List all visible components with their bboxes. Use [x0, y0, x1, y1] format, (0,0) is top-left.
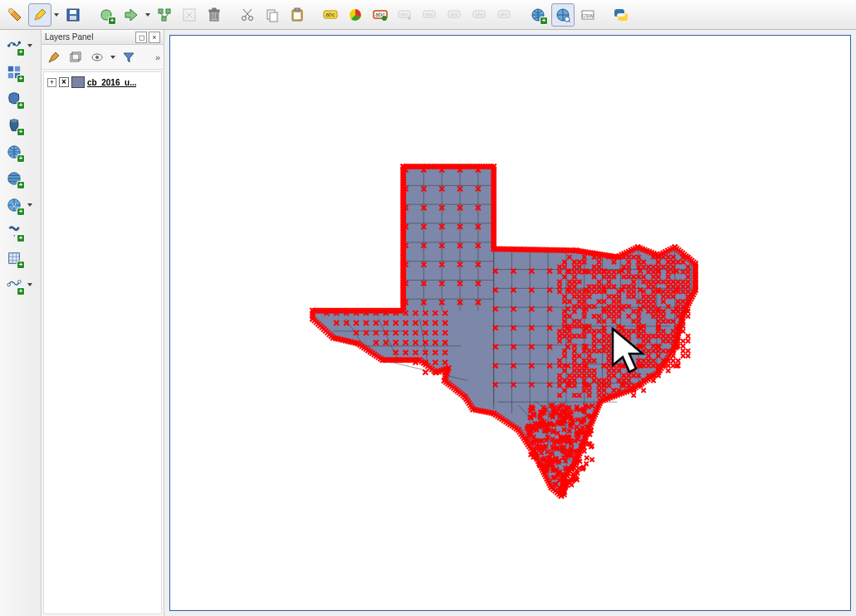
move-dropdown[interactable]: [144, 3, 151, 27]
move-label-button: abc: [443, 3, 467, 27]
svg-text:,: ,: [13, 230, 15, 237]
layers-panel-toolbar: »: [42, 45, 164, 70]
add-vector-layer-button[interactable]: +: [2, 33, 27, 58]
top-toolbar: + abc abc abc abc abc abc abc: [0, 0, 856, 30]
panel-expand-button[interactable]: »: [155, 52, 160, 62]
add-raster-layer-button[interactable]: +: [2, 60, 27, 85]
show-labels-button: abc: [418, 3, 442, 27]
cut-button[interactable]: [236, 3, 259, 27]
save-edits-button[interactable]: [61, 3, 85, 27]
layers-panel: Layers Panel ◻ × » + ×: [42, 30, 164, 616]
layer-name-label[interactable]: cb_2016_u...: [87, 78, 136, 87]
svg-rect-5: [162, 17, 166, 21]
svg-rect-9: [213, 8, 216, 10]
svg-point-40: [12, 42, 16, 46]
svg-point-54: [18, 281, 22, 284]
toggle-editing-button[interactable]: [3, 3, 27, 27]
layer-tree[interactable]: + × cb_2016_u...: [43, 71, 162, 614]
layer-row[interactable]: + × cb_2016_u...: [47, 76, 158, 89]
svg-rect-2: [70, 16, 76, 20]
filter-legend-button[interactable]: [120, 48, 138, 66]
svg-text:abc: abc: [400, 12, 408, 17]
panel-close-button[interactable]: ×: [149, 32, 160, 43]
modify-attrs-button: [178, 3, 201, 27]
svg-point-25: [408, 17, 411, 20]
newlayer-dropdown[interactable]: [27, 273, 33, 296]
panel-undock-button[interactable]: ◻: [135, 32, 147, 43]
svg-rect-16: [294, 12, 301, 19]
new-shapefile-button[interactable]: +: [2, 272, 27, 297]
svg-rect-42: [8, 66, 13, 71]
canvas-selection-border: [169, 35, 851, 611]
layers-panel-header: Layers Panel ◻ ×: [42, 30, 164, 45]
svg-text:CSW: CSW: [582, 13, 594, 18]
csw-button[interactable]: CSW: [576, 3, 599, 27]
layers-panel-title: Layers Panel: [45, 32, 93, 42]
add-spatialite-button[interactable]: +: [2, 86, 27, 111]
wfs-dropdown[interactable]: [27, 193, 33, 217]
wms-button[interactable]: +: [526, 3, 550, 27]
visibility-button[interactable]: [88, 48, 106, 66]
add-wms-layer-button[interactable]: +: [2, 139, 27, 164]
wfs-button[interactable]: [551, 3, 575, 27]
svg-point-11: [249, 16, 253, 20]
svg-rect-4: [166, 9, 170, 13]
svg-rect-13: [270, 12, 277, 22]
pin-labels-button: abc: [394, 3, 417, 27]
svg-text:abc: abc: [475, 12, 483, 17]
svg-rect-44: [8, 73, 13, 78]
left-toolbar: + + + + + + V + , +: [0, 30, 42, 616]
svg-rect-3: [159, 9, 163, 13]
add-virtual-layer-button[interactable]: +: [2, 246, 27, 271]
svg-point-39: [7, 44, 11, 47]
add-csv-layer-button[interactable]: , +: [2, 219, 27, 244]
svg-rect-1: [70, 10, 76, 14]
svg-point-41: [18, 42, 22, 45]
visibility-dropdown[interactable]: [110, 46, 116, 69]
copy-button[interactable]: [261, 3, 284, 27]
rotate-label-button: abc: [468, 3, 492, 27]
svg-text:abc: abc: [450, 12, 458, 17]
labeling-button[interactable]: abc: [319, 3, 342, 27]
svg-text:abc: abc: [325, 12, 335, 17]
layer-visibility-checkbox[interactable]: ×: [59, 77, 69, 87]
node-tool-button[interactable]: [153, 3, 176, 27]
edit-dropdown[interactable]: [53, 3, 60, 27]
map-canvas[interactable]: [169, 35, 851, 611]
change-label-button: abc: [493, 3, 516, 27]
layer-swatch: [71, 76, 85, 88]
add-postgis-button[interactable]: +: [2, 113, 27, 138]
svg-text:abc: abc: [500, 12, 508, 17]
add-wcs-layer-button[interactable]: +: [2, 166, 27, 191]
delete-selected-button[interactable]: [203, 3, 226, 27]
paste-button[interactable]: [286, 3, 309, 27]
svg-point-46: [11, 120, 18, 123]
edit-pencil-button[interactable]: [28, 3, 51, 27]
add-group-button[interactable]: [66, 48, 85, 66]
svg-rect-15: [295, 8, 300, 11]
layer-styling-button[interactable]: [45, 48, 63, 66]
layer-expander[interactable]: +: [47, 78, 56, 87]
diagram-button[interactable]: [344, 3, 367, 27]
svg-point-58: [95, 56, 99, 59]
add-wfs-side-button[interactable]: V +: [2, 193, 27, 218]
highlight-labels-button[interactable]: abc: [369, 3, 392, 27]
vector-dropdown[interactable]: [27, 34, 33, 57]
python-console-button[interactable]: [609, 3, 633, 27]
add-feature-button[interactable]: +: [95, 3, 118, 27]
svg-rect-43: [15, 66, 20, 71]
svg-point-22: [382, 16, 387, 21]
svg-text:abc: abc: [425, 12, 433, 17]
svg-point-10: [242, 16, 247, 20]
move-feature-button[interactable]: [120, 3, 143, 27]
svg-point-53: [7, 283, 11, 286]
